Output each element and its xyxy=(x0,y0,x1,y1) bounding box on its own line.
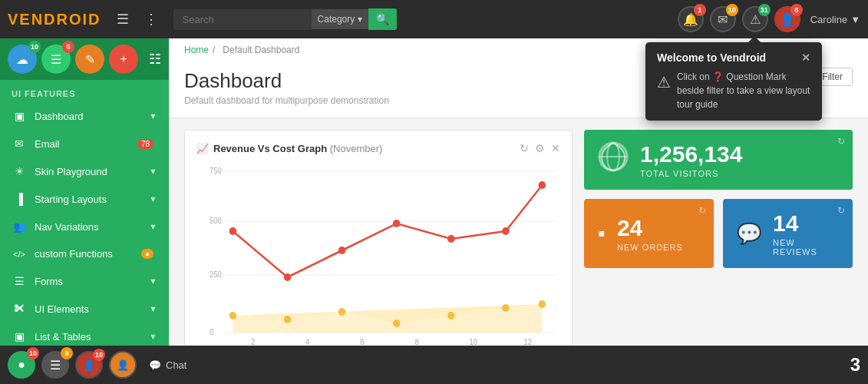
bottom-avatar-1[interactable]: 👤 10 xyxy=(75,351,103,379)
popup-body-text: Click on ❓ Question Mark beside filter t… xyxy=(677,70,810,111)
bottom-number: 3 xyxy=(850,354,860,376)
sidebar-item-ui-elements[interactable]: ✀ UI Elements ▼ xyxy=(0,295,169,323)
visitors-label: TOTAL VISITORS xyxy=(640,169,742,178)
page-title: Dashboard xyxy=(184,69,389,93)
sidebar-item-nav-variations[interactable]: 👥 Nav Variations ▼ xyxy=(0,213,169,240)
breadcrumb-current: Default Dashboard xyxy=(223,45,299,55)
svg-text:2: 2 xyxy=(251,338,255,346)
bottom-circle-gray[interactable]: ☰ 8 xyxy=(41,351,69,379)
svg-text:8: 8 xyxy=(414,338,418,346)
custom-functions-badge: ● xyxy=(141,249,153,259)
chat-label: Chat xyxy=(166,359,186,371)
starting-layouts-icon: ▐ xyxy=(12,193,27,205)
sidebar-cloud-button[interactable]: ☁ 10 xyxy=(8,45,37,74)
dashboard-content: 📈 Revenue Vs Cost Graph (November) ↻ ⚙ ✕ xyxy=(169,118,868,346)
sidebar-item-custom-functions[interactable]: </> custom Functions ● xyxy=(0,240,169,267)
notification-badge: 1 xyxy=(694,4,706,16)
sidebar-label-dashboard: Dashboard xyxy=(35,111,149,122)
user-info[interactable]: Caroline ▼ xyxy=(810,14,860,25)
sidebar-icon-bar: ☁ 10 ☰ 5 ✎ + ☷ xyxy=(0,38,169,80)
svg-text:6: 6 xyxy=(360,338,364,346)
avatar-1-icon: 👤 xyxy=(83,359,95,371)
sidebar-label-ui-elements: UI Elements xyxy=(35,303,149,315)
sidebar-edit-button[interactable]: ✎ xyxy=(75,45,104,74)
search-input[interactable] xyxy=(173,9,312,30)
sidebar-item-dashboard[interactable]: ▣ Dashboard ▼ xyxy=(0,102,169,130)
more-options-button[interactable]: ⋮ xyxy=(138,8,164,31)
user-avatar-nav[interactable]: 👤 8 xyxy=(774,6,800,32)
sidebar-label-forms: Forms xyxy=(35,276,149,287)
chart-period: (November) xyxy=(330,143,383,154)
visitors-number: 1,256,134 xyxy=(640,141,742,167)
svg-point-21 xyxy=(502,304,509,312)
email-icon-button[interactable]: ✉ 10 xyxy=(710,6,736,32)
svg-point-22 xyxy=(539,300,546,308)
hamburger-menu-button[interactable]: ☰ xyxy=(111,8,135,31)
svg-point-24 xyxy=(284,273,291,281)
orders-label: NEW ORDERS xyxy=(617,243,683,252)
sidebar-item-list-tables[interactable]: ▣ List & Tables ▼ xyxy=(0,323,169,346)
svg-text:250: 250 xyxy=(210,270,222,279)
nav-variations-icon: 👥 xyxy=(12,220,27,233)
chat-icon: 💬 xyxy=(149,359,161,371)
svg-point-29 xyxy=(539,181,546,189)
breadcrumb-separator: / xyxy=(213,45,215,55)
sidebar-item-forms[interactable]: ☰ Forms ▼ xyxy=(0,267,169,295)
arrow-icon-nav: ▼ xyxy=(149,222,157,231)
bottom-bar: ● 10 ☰ 8 👤 10 👤 💬 Chat 3 xyxy=(0,346,868,384)
settings-chart-icon[interactable]: ⚙ xyxy=(535,142,545,154)
filter-label: Filter xyxy=(822,71,843,82)
chart-title: Revenue Vs Cost Graph (November) xyxy=(213,143,382,154)
visitors-icon xyxy=(598,141,629,178)
svg-point-16 xyxy=(229,312,236,319)
search-category-button[interactable]: Category ▾ xyxy=(312,9,368,29)
popup-body: ⚠ Click on ❓ Question Mark beside filter… xyxy=(657,70,810,111)
reviews-number: 14 xyxy=(773,210,839,237)
sidebar-item-starting-layouts[interactable]: ▐ Starting Layouts ▼ xyxy=(0,185,169,213)
search-submit-button[interactable]: 🔍 xyxy=(368,8,397,30)
breadcrumb-home[interactable]: Home xyxy=(184,45,209,55)
nav-right-area: 🔔 1 ✉ 10 ⚠ 31 👤 8 Caroline ▼ xyxy=(678,6,860,32)
orders-refresh-icon[interactable]: ↻ xyxy=(698,205,706,216)
bottom-green-badge: 10 xyxy=(27,347,39,359)
revenue-chart-svg: 750 500 250 0 2 4 6 8 10 xyxy=(196,162,560,346)
brand-text: VENDROID xyxy=(8,11,101,28)
arrow-icon-list: ▼ xyxy=(149,332,157,341)
new-orders-card: ↻ ▪ 24 NEW ORDERS xyxy=(584,199,714,268)
close-chart-icon[interactable]: ✕ xyxy=(551,142,560,154)
page-title-area: Dashboard Default dashboard for multipur… xyxy=(184,61,389,118)
arrow-icon-layouts: ▼ xyxy=(149,194,157,204)
sidebar-label-custom-functions: custom Functions xyxy=(35,248,141,260)
email-nav-icon: ✉ xyxy=(12,137,27,150)
search-bar: Category ▾ 🔍 xyxy=(173,8,404,30)
popup-close-button[interactable]: ✕ xyxy=(801,51,810,64)
sidebar-item-skin-playground[interactable]: ☀ Skin Playground ▼ xyxy=(0,157,169,185)
sidebar-label-email: Email xyxy=(35,138,137,150)
popup-title-text: Welcome to Vendroid xyxy=(657,51,766,64)
bottom-circle-green[interactable]: ● 10 xyxy=(8,351,35,379)
brand-logo: VENDROID xyxy=(8,11,101,28)
notification-icon-button[interactable]: 🔔 1 xyxy=(678,6,704,32)
reviews-refresh-icon[interactable]: ↻ xyxy=(837,205,845,216)
svg-text:500: 500 xyxy=(210,217,222,225)
sidebar-label-skin-playground: Skin Playground xyxy=(35,166,149,177)
chart-title-text: Revenue Vs Cost Graph xyxy=(213,143,327,154)
bottom-avatar-2[interactable]: 👤 xyxy=(109,351,137,379)
dashboard-icon: ▣ xyxy=(12,110,27,122)
orders-number: 24 xyxy=(617,215,683,241)
alerts-icon-button[interactable]: ⚠ 31 xyxy=(742,6,768,32)
sidebar-list-button[interactable]: ☰ 5 xyxy=(41,45,71,74)
sidebar-layout-toggle[interactable]: ☷ xyxy=(149,51,161,68)
sidebar-item-email[interactable]: ✉ Email 78 xyxy=(0,130,169,157)
page-subtitle: Default dashboard for multipurpose demon… xyxy=(184,95,389,106)
chart-title-icon: 📈 xyxy=(196,143,209,154)
sidebar-add-button[interactable]: + xyxy=(109,45,138,74)
chat-button[interactable]: 💬 Chat xyxy=(143,359,193,371)
cloud-badge: 10 xyxy=(28,41,41,53)
visitors-refresh-icon[interactable]: ↻ xyxy=(837,136,845,147)
arrow-icon-forms: ▼ xyxy=(149,276,157,286)
stat-cards-row: ↻ ▪ 24 NEW ORDERS ↻ 💬 14 NEW REVIE xyxy=(584,199,853,268)
svg-text:4: 4 xyxy=(305,338,310,346)
refresh-chart-icon[interactable]: ↻ xyxy=(520,142,529,154)
username-label: Caroline xyxy=(810,14,847,25)
